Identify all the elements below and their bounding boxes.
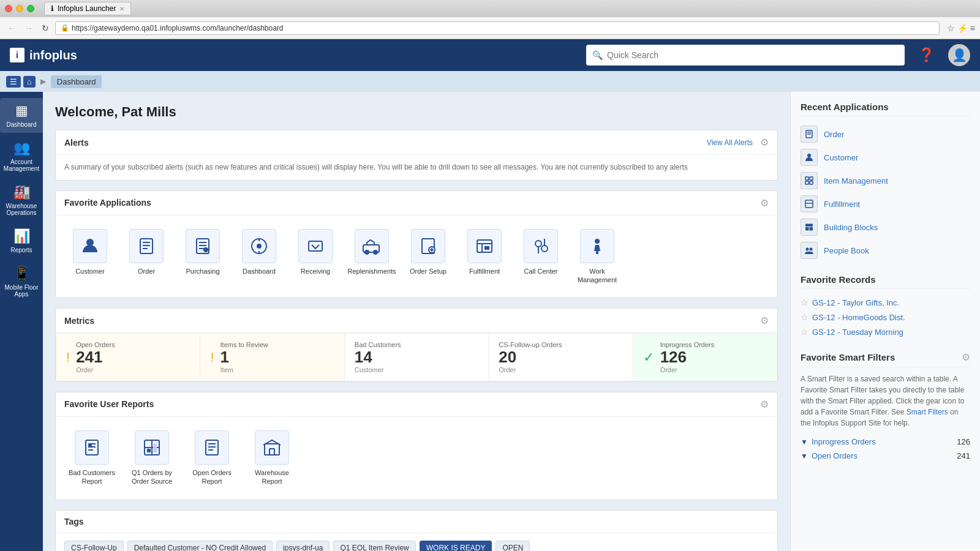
open-orders-filter-count: 241 [957, 451, 970, 460]
app-receiving[interactable]: Receiving [290, 223, 341, 291]
search-input[interactable] [586, 45, 905, 66]
report-open-orders[interactable]: Open Orders Report [184, 424, 239, 492]
sidebar-item-reports[interactable]: 📊 Reports [0, 223, 43, 258]
report-q1-orders[interactable]: Q1 Orders by Order Source [124, 424, 179, 492]
alerts-panel: Alerts View All Alerts ⚙ A summary of yo… [55, 130, 778, 181]
app-order-setup[interactable]: Order Setup [402, 223, 454, 291]
app-call-center[interactable]: Call Center [515, 223, 567, 291]
recent-app-order[interactable]: Order [801, 122, 970, 146]
tag-ipsys-dnf-ua[interactable]: ipsys-dnf-ua [276, 541, 330, 551]
extension-button[interactable]: ⚡ [957, 23, 968, 33]
metric-inprogress-orders[interactable]: ✓ Inprogress Orders 126 Order [633, 334, 777, 381]
mac-close-button[interactable] [5, 5, 12, 12]
inprogress-filter-link[interactable]: Inprogress Orders [812, 437, 953, 446]
sidebar-item-dashboard[interactable]: ▦ Dashboard [0, 98, 43, 133]
favorite-reports-gear-icon[interactable]: ⚙ [760, 399, 769, 410]
recent-app-building-blocks[interactable]: Building Blocks [801, 216, 970, 239]
favorite-record-tuesday[interactable]: ☆ GS-12 - Tuesday Morning [801, 324, 970, 339]
order-setup-app-label: Order Setup [410, 267, 447, 276]
smart-filters-title: Favorite Smart Filters [801, 352, 895, 362]
tag-cs-follow-up[interactable]: CS-Follow-Up [64, 541, 124, 551]
sidebar-item-mobile-floor-apps[interactable]: 📱 Mobile Floor Apps [0, 261, 43, 302]
bad-customers-report-label: Bad Customers Report [68, 468, 116, 486]
taylor-gifts-link[interactable]: GS-12 - Taylor Gifts, Inc. [812, 298, 899, 307]
people-book-recent-link[interactable]: People Book [824, 246, 869, 255]
favorite-apps-gear-icon[interactable]: ⚙ [760, 197, 769, 209]
metric-items-info: Items to Review 1 Item [221, 341, 268, 373]
back-button[interactable]: ← [5, 22, 18, 34]
app-work-management[interactable]: Work Management [571, 223, 623, 291]
building-blocks-recent-icon [801, 219, 818, 236]
view-all-alerts-link[interactable]: View All Alerts [707, 138, 753, 147]
favorite-apps-panel: Favorite Applications ⚙ Customer [55, 190, 778, 299]
forward-button[interactable]: → [22, 22, 36, 34]
hamburger-menu-button[interactable]: ☰ [6, 76, 21, 88]
reports-icon: 📊 [13, 228, 30, 244]
svg-rect-58 [810, 181, 813, 184]
help-icon[interactable]: ❓ [918, 47, 935, 63]
recent-app-customer[interactable]: Customer [801, 146, 970, 169]
metrics-header: Metrics ⚙ [56, 309, 777, 333]
fulfillment-recent-link[interactable]: Fulfillment [824, 200, 860, 209]
building-blocks-recent-link[interactable]: Building Blocks [824, 223, 878, 232]
mac-minimize-button[interactable] [16, 5, 23, 12]
svg-point-64 [806, 248, 809, 251]
sidebar-item-account-management[interactable]: 👥 Account Management [0, 135, 43, 177]
metric-bad-customers-sublabel: Customer [355, 366, 401, 373]
alerts-gear-icon[interactable]: ⚙ [760, 137, 769, 148]
sidebar-item-warehouse-operations[interactable]: 🏭 Warehouse Operations [0, 179, 43, 221]
alerts-title: Alerts [64, 138, 89, 148]
metric-items-to-review[interactable]: ! Items to Review 1 Item [200, 334, 344, 381]
metrics-gear-icon[interactable]: ⚙ [760, 315, 769, 326]
metric-bad-customers[interactable]: Bad Customers 14 Customer [345, 334, 489, 381]
replenishments-app-label: Replenishments [348, 267, 396, 276]
smart-filters-gear-icon[interactable]: ⚙ [962, 351, 970, 363]
metric-open-orders-info: Open Orders 241 Order [76, 341, 115, 373]
metric-open-orders-sublabel: Order [76, 366, 115, 373]
menu-button[interactable]: ≡ [970, 23, 975, 33]
app-customer[interactable]: Customer [64, 223, 116, 291]
breadcrumb-bar: ☰ ⌂ ▶ Dashboard [0, 71, 980, 92]
smart-filter-inprogress[interactable]: ▼ Inprogress Orders 126 [801, 435, 970, 449]
mac-maximize-button[interactable] [27, 5, 34, 12]
metric-cs-followup[interactable]: CS-Follow-up Orders 20 Order [489, 334, 633, 381]
browser-tab[interactable]: ℹ Infoplus Launcher ✕ [44, 2, 131, 15]
star-icon-taylor: ☆ [801, 298, 809, 307]
logo-area: i infoplus [10, 48, 77, 62]
smart-filter-open-orders[interactable]: ▼ Open Orders 241 [801, 449, 970, 463]
tag-work-is-ready[interactable]: WORK IS READY [420, 541, 492, 551]
bookmark-button[interactable]: ☆ [947, 23, 955, 33]
recent-app-people-book[interactable]: People Book [801, 239, 970, 262]
app-purchasing[interactable]: $ Purchasing [177, 223, 228, 291]
report-warehouse[interactable]: Warehouse Report [244, 424, 300, 492]
favorite-record-taylor[interactable]: ☆ GS-12 - Taylor Gifts, Inc. [801, 295, 970, 310]
svg-point-54 [807, 154, 811, 157]
reload-button[interactable]: ↻ [39, 22, 51, 34]
recent-app-fulfillment[interactable]: Fulfillment [801, 192, 970, 216]
app-replenishments[interactable]: Replenishments [346, 223, 398, 291]
home-button[interactable]: ⌂ [23, 76, 36, 88]
address-bar[interactable]: 🔒 https://gatewaydemo.qa01.infopluswms.c… [55, 21, 940, 35]
smart-filters-link[interactable]: Smart Filters [907, 408, 948, 416]
open-orders-filter-link[interactable]: Open Orders [812, 451, 953, 460]
tab-close-icon[interactable]: ✕ [119, 6, 124, 12]
user-avatar[interactable]: 👤 [948, 44, 970, 66]
tag-open[interactable]: OPEN [496, 541, 530, 551]
report-bad-customers[interactable]: Bad Customers Report [64, 424, 119, 492]
app-order[interactable]: Order [121, 223, 172, 291]
app-dashboard[interactable]: Dashboard [233, 223, 285, 291]
recent-app-item-management[interactable]: Item Management [801, 169, 970, 192]
tag-defaulted-customer[interactable]: Defaulted Customer - NO Credit Allowed [127, 541, 273, 551]
order-recent-link[interactable]: Order [824, 130, 844, 139]
metric-open-orders[interactable]: ! Open Orders 241 Order [56, 334, 200, 381]
svg-rect-41 [147, 449, 151, 452]
sidebar-dashboard-label: Dashboard [7, 121, 37, 128]
app-fulfillment[interactable]: Fulfillment [459, 223, 510, 291]
recent-apps-list: Order Customer Item Management [801, 122, 970, 262]
tag-q1-eol-item-review[interactable]: Q1 EOL Item Review [333, 541, 415, 551]
tuesday-morning-link[interactable]: GS-12 - Tuesday Morning [812, 328, 903, 337]
favorite-record-homegoods[interactable]: ☆ GS-12 - HomeGoods Dist. [801, 310, 970, 324]
homegoods-link[interactable]: GS-12 - HomeGoods Dist. [812, 313, 905, 322]
customer-recent-link[interactable]: Customer [824, 153, 858, 162]
item-management-recent-link[interactable]: Item Management [824, 176, 888, 186]
